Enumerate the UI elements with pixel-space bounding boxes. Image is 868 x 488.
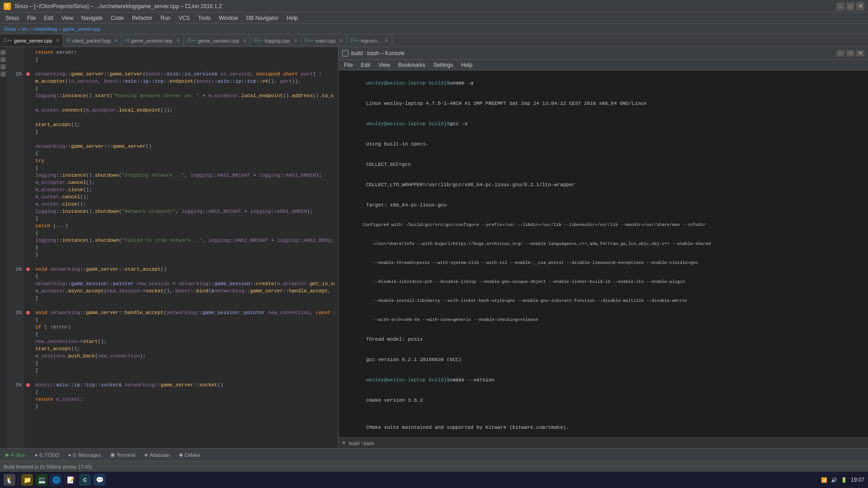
- tab-close-signum[interactable]: ✕: [385, 38, 388, 43]
- menu-edit[interactable]: Edit: [40, 14, 57, 22]
- tab-game-server-cpp[interactable]: C++ game_server.cpp ✕: [0, 34, 63, 47]
- toolbar-cmake-button[interactable]: ◆ CMake: [175, 451, 204, 459]
- terminal-line: wesley@wesley-laptop build]$uname -a: [342, 73, 864, 94]
- code-line: {: [35, 150, 335, 157]
- terminal-content[interactable]: wesley@wesley-laptop build]$uname -a Lin…: [339, 70, 868, 437]
- code-line: void networking::game_server::handle_acc…: [35, 309, 335, 316]
- code-area[interactable]: 26: [6, 47, 338, 448]
- breakpoint-1[interactable]: [26, 72, 30, 76]
- menu-refactor[interactable]: Refactor: [128, 14, 156, 22]
- tab-close-game-session-cpp[interactable]: ✕: [243, 38, 246, 43]
- taskbar-editor-icon[interactable]: 📝: [65, 474, 76, 486]
- terminal-line: CMake suite maintained and supported by …: [342, 418, 864, 437]
- title-bar: S Sirius – [~/ClionProjects/Sirius] – ..…: [0, 0, 868, 13]
- menu-db-navigator[interactable]: DB Navigator: [243, 14, 282, 22]
- breadcrumb-networking[interactable]: networking: [33, 26, 57, 32]
- terminal-line: COLLECT_GCC=gcc: [342, 155, 864, 175]
- sidebar-marker-3: ▶: [0, 64, 6, 70]
- terminal-line: --enable-threads=posix --with-system-zli…: [342, 253, 864, 272]
- menu-help[interactable]: Help: [283, 14, 302, 22]
- terminal-line: --with-arch=x86-64 --with-tune=generic -…: [342, 310, 864, 329]
- menu-file[interactable]: File: [24, 14, 39, 22]
- code-line: void networking::game_server::start_acce…: [35, 266, 335, 273]
- terminal-line: [342, 411, 864, 418]
- cmake-icon: ◆: [179, 452, 183, 458]
- toolbar-atlassian-button[interactable]: ◈ Atlassian: [141, 451, 174, 459]
- menu-tools[interactable]: Tools: [194, 14, 214, 22]
- code-line: networking::game_server::~game_server(): [35, 143, 335, 150]
- code-line: {: [35, 389, 335, 396]
- terminal-line: Linux wesley-laptop 4.7.5-1-ARCH #1 SMP …: [342, 94, 864, 114]
- taskbar-skype-icon[interactable]: 💬: [94, 474, 105, 486]
- breakpoint-2[interactable]: [26, 267, 30, 271]
- terminal-bottom-bar: ⚑ build : bash: [339, 437, 868, 448]
- taskbar-clion-icon[interactable]: C: [79, 474, 91, 486]
- minimize-button[interactable]: –: [836, 2, 844, 10]
- code-line: try: [35, 157, 335, 164]
- terminal-menu-view[interactable]: View: [375, 61, 394, 69]
- tab-close-game-session-hpp[interactable]: ✕: [176, 38, 180, 43]
- terminal-title-text: build : bash – Konsole: [351, 50, 834, 56]
- breadcrumb-file[interactable]: game_server.cpp: [62, 26, 100, 32]
- taskbar-linux-icon[interactable]: 🐧: [4, 474, 15, 486]
- terminal-close-button[interactable]: ✕: [856, 50, 864, 56]
- system-tray: 📶 🔊 🔋 19:07: [821, 477, 864, 483]
- status-bar: Build finished in 2s 558ms (today 17:43): [0, 461, 868, 472]
- breakpoint-4[interactable]: [26, 383, 30, 387]
- code-line: catch (...): [35, 222, 335, 230]
- menu-run[interactable]: Run: [157, 14, 174, 22]
- terminal-menu-edit[interactable]: Edit: [357, 61, 374, 69]
- code-line: }: [35, 360, 335, 367]
- code-editor[interactable]: return server; } networking::game_server…: [32, 47, 338, 448]
- code-line: [35, 63, 335, 70]
- terminal-maximize-button[interactable]: □: [846, 50, 854, 56]
- terminal-menu-bookmarks[interactable]: Bookmarks: [395, 61, 429, 69]
- terminal-icon-btn: ▣: [110, 452, 115, 458]
- menu-window[interactable]: Window: [215, 14, 242, 22]
- toolbar-todo-button[interactable]: ● 6: TODO: [31, 451, 62, 459]
- tab-game-session-hpp[interactable]: H game_session.hpp ✕: [122, 34, 184, 47]
- toolbar-messages-button[interactable]: ● 0: Messages: [65, 451, 105, 459]
- tab-logging-cpp[interactable]: C++ logging.cpp ✕: [250, 34, 301, 47]
- menu-code[interactable]: Code: [107, 14, 127, 22]
- tab-close-logging[interactable]: ✕: [294, 38, 297, 43]
- terminal-line: --enable-install-libiberty --with-linker…: [342, 291, 864, 310]
- sidebar-marker-1: ▶: [0, 50, 6, 55]
- breadcrumb-sirius[interactable]: Sirius: [4, 26, 16, 32]
- tab-close-main[interactable]: ✕: [339, 38, 343, 43]
- terminal-line: Thread model: posix: [342, 329, 864, 350]
- taskbar-browser-icon[interactable]: 🌐: [50, 474, 62, 486]
- tab-game-session-cpp[interactable]: C++ game_session.cpp ✕: [184, 34, 251, 47]
- terminal-minimize-button[interactable]: –: [836, 50, 844, 56]
- tray-network-icon: 📶: [821, 477, 827, 483]
- tab-client-packet-hpp[interactable]: H client_packet.hpp ✕: [63, 34, 122, 47]
- taskbar-terminal-icon[interactable]: 💻: [36, 474, 47, 486]
- terminal-menu-help[interactable]: Help: [458, 61, 476, 69]
- terminal-line: Target: x86_64-pc-linux-gnu: [342, 195, 864, 216]
- tab-main-cpp[interactable]: C++ main.cpp ✕: [302, 34, 347, 47]
- close-button[interactable]: ✕: [856, 2, 864, 10]
- code-line: m_acceptor.async_accept(new_session->soc…: [35, 287, 335, 295]
- terminal-menu-file[interactable]: File: [340, 61, 356, 69]
- terminal-menu-settings[interactable]: Settings: [430, 61, 457, 69]
- code-line: [35, 114, 335, 121]
- tab-close-client-packet[interactable]: ✕: [114, 38, 118, 43]
- maximize-button[interactable]: □: [846, 2, 854, 10]
- code-line: logging::instance().shutdown("Network st…: [35, 208, 335, 215]
- breadcrumb-src[interactable]: src: [21, 26, 28, 32]
- code-line: [35, 99, 335, 107]
- left-sidebar: ▶ ▶ ▶ ▶: [0, 47, 6, 448]
- menu-vcs[interactable]: VCS: [175, 14, 193, 22]
- toolbar-terminal-button[interactable]: ▣ Terminal: [107, 451, 139, 459]
- menu-navigate[interactable]: Navigate: [78, 14, 106, 22]
- menu-view[interactable]: View: [58, 14, 77, 22]
- toolbar-run-button[interactable]: ▶ 4: Run: [2, 451, 29, 459]
- taskbar-folder-icon[interactable]: 📁: [21, 474, 33, 486]
- menu-sirius[interactable]: Sirius: [2, 14, 23, 22]
- tab-signum[interactable]: C++ signum... ✕: [347, 34, 392, 47]
- breakpoint-3[interactable]: [26, 311, 30, 314]
- code-line: }: [35, 128, 335, 136]
- code-line: }: [35, 56, 335, 63]
- tab-close-game-server[interactable]: ✕: [56, 38, 59, 43]
- code-line: }: [35, 295, 335, 302]
